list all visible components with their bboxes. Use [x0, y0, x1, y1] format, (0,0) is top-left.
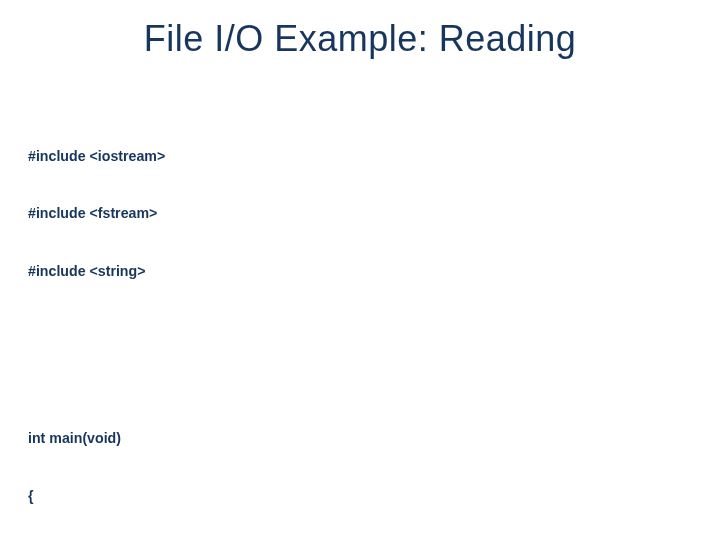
slide: File I/O Example: Reading #include <iost…: [0, 0, 720, 540]
code-line: #include <fstream>: [28, 204, 692, 223]
code-line: {: [28, 487, 692, 506]
includes-block: #include <iostream> #include <fstream> #…: [28, 108, 692, 319]
code-line: #include <string>: [28, 262, 692, 281]
code-line: #include <iostream>: [28, 147, 692, 166]
code-line: int main(void): [28, 429, 692, 448]
main-decl-block: int main(void) { ifstream open. File(“da…: [28, 391, 692, 540]
code-block: #include <iostream> #include <fstream> #…: [28, 70, 692, 540]
page-title: File I/O Example: Reading: [28, 18, 692, 60]
